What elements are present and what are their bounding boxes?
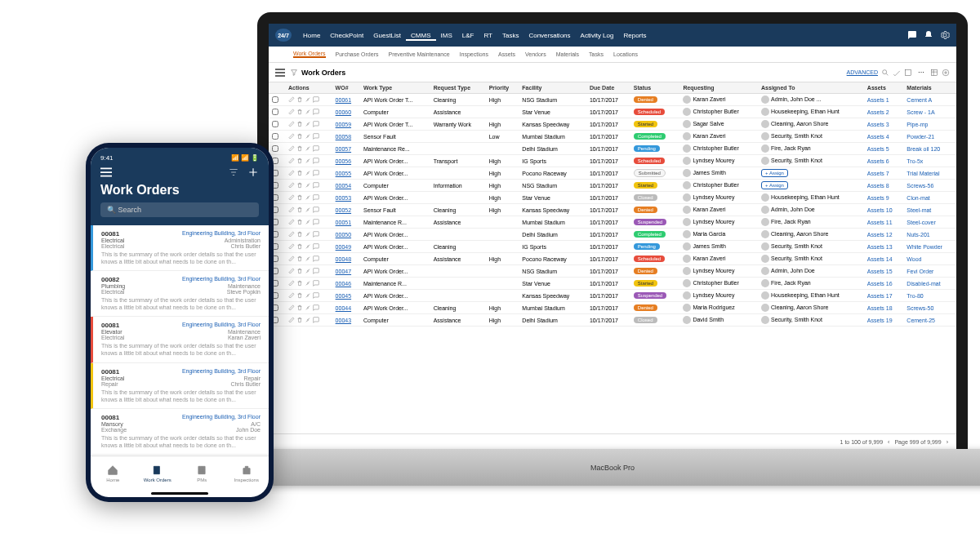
material-link[interactable]: Tro-5x [906, 158, 923, 164]
phone-list[interactable]: 00081Engineering Building, 3rd FloorElec… [91, 225, 269, 455]
table-row[interactable]: 00044API Work Order...CleaningHighMumbai… [269, 302, 956, 314]
wo-link[interactable]: 00059 [336, 122, 351, 127]
phone-filter-icon[interactable] [228, 167, 239, 178]
bell-icon[interactable] [924, 30, 933, 40]
asset-link[interactable]: Assets 14 [867, 256, 893, 262]
table-row[interactable]: 00049API Work Order...CleaningIG Sports1… [269, 241, 956, 253]
wo-link[interactable]: 00060 [336, 109, 351, 115]
col-Due Date[interactable]: Due Date [586, 82, 630, 94]
wo-link[interactable]: 00048 [336, 256, 351, 262]
export-icon[interactable] [904, 69, 912, 77]
wo-link[interactable]: 00058 [336, 134, 351, 140]
row-checkbox[interactable] [272, 109, 278, 115]
material-link[interactable]: Tro-80 [906, 293, 923, 299]
material-link[interactable]: Cement A [906, 97, 932, 103]
tab-inspections[interactable]: Inspections [225, 456, 270, 490]
material-link[interactable]: Powder-21 [906, 134, 934, 140]
tab-pms[interactable]: PMs [180, 456, 225, 490]
col-Assigned To[interactable]: Assigned To [758, 82, 864, 94]
asset-link[interactable]: Assets 8 [867, 183, 889, 189]
material-link[interactable]: Disabled-mat [906, 281, 940, 287]
material-link[interactable]: Fevi Order [906, 269, 933, 274]
subnav-inspections[interactable]: Inspections [460, 51, 488, 57]
asset-link[interactable]: Assets 4 [867, 134, 889, 140]
col-WO#[interactable]: WO# [332, 82, 360, 94]
wo-link[interactable]: 00052 [336, 207, 351, 213]
wo-link[interactable]: 00061 [336, 97, 351, 103]
pager-prev[interactable]: ‹ [888, 439, 889, 445]
subnav-materials[interactable]: Materials [556, 51, 579, 57]
col-Status[interactable]: Status [630, 82, 680, 94]
material-link[interactable]: Clon-mat [906, 195, 929, 201]
tab-home[interactable]: Home [91, 456, 136, 490]
table-row[interactable]: 00053API Work Order...HighStar Venue10/1… [269, 192, 956, 204]
tab-work-orders[interactable]: Work Orders [136, 456, 180, 490]
assigned-to[interactable]: + Assign [758, 180, 864, 192]
asset-link[interactable]: Assets 5 [867, 146, 889, 152]
nav-checkpoint[interactable]: CheckPoint [325, 32, 368, 39]
nav-ims[interactable]: IMS [436, 32, 457, 39]
more-button[interactable]: ⋯ [915, 69, 927, 76]
table-row[interactable]: 00050API Work Order...Delhi Stadium10/17… [269, 229, 956, 241]
table-row[interactable]: 00052Sensor FaultCleaningHighKansas Spee… [269, 204, 956, 216]
add-icon[interactable] [942, 69, 950, 77]
asset-link[interactable]: Assets 19 [867, 318, 893, 323]
list-item[interactable]: 00081Engineering Building, 3rd FloorElev… [91, 317, 269, 362]
col-Facility[interactable]: Facility [519, 82, 586, 94]
asset-link[interactable]: Assets 15 [867, 269, 893, 274]
table-row[interactable]: 00056API Work Order...TransportHighIG Sp… [269, 155, 956, 167]
material-link[interactable]: Break oil 120 [906, 146, 940, 152]
list-item[interactable]: 00081Engineering Building, 3rd FloorElec… [91, 225, 269, 271]
phone-menu-icon[interactable] [100, 167, 112, 177]
col-Work Type[interactable]: Work Type [360, 82, 430, 94]
col-Materials[interactable]: Materials [903, 82, 956, 94]
filter-icon[interactable] [290, 69, 298, 77]
table-options-icon[interactable] [930, 69, 938, 77]
col-Priority[interactable]: Priority [486, 82, 519, 94]
subnav-purchase-orders[interactable]: Purchase Orders [336, 51, 379, 57]
wo-link[interactable]: 00055 [336, 171, 351, 176]
asset-link[interactable]: Assets 18 [867, 305, 893, 311]
table-row[interactable]: 00047API Work Order...NSG Stadium10/17/2… [269, 265, 956, 278]
asset-link[interactable]: Assets 2 [867, 109, 889, 115]
wo-link[interactable]: 00056 [336, 158, 351, 164]
asset-link[interactable]: Assets 1 [867, 97, 889, 103]
row-checkbox[interactable] [272, 121, 278, 127]
table-row[interactable]: 00051Maintenance R...AssistanceMumbai St… [269, 216, 956, 229]
asset-link[interactable]: Assets 10 [867, 207, 893, 213]
wo-link[interactable]: 00046 [336, 281, 351, 287]
chat-icon[interactable] [907, 30, 917, 40]
table-row[interactable]: 00043ComputerAssistanceHighDelhi Stadium… [269, 314, 956, 327]
pager-next[interactable]: › [947, 439, 948, 445]
menu-icon[interactable] [275, 69, 285, 77]
wo-link[interactable]: 00045 [336, 293, 351, 299]
edit-layout-icon[interactable] [893, 69, 901, 77]
wo-link[interactable]: 00050 [336, 232, 351, 238]
material-link[interactable]: Steel-mat [906, 207, 931, 213]
list-item[interactable]: 00081Engineering Building, 3rd FloorMans… [91, 409, 269, 455]
asset-link[interactable]: Assets 9 [867, 195, 889, 201]
wo-link[interactable]: 00043 [336, 318, 351, 323]
wo-link[interactable]: 00057 [336, 146, 351, 152]
subnav-preventive-maintenance[interactable]: Preventive Maintenance [388, 51, 449, 57]
assigned-to[interactable]: + Assign [758, 167, 864, 180]
col-Requesting[interactable]: Requesting [679, 82, 758, 94]
subnav-work-orders[interactable]: Work Orders [293, 51, 326, 58]
list-item[interactable]: 00082Engineering Building, 3rd FloorPlum… [91, 271, 269, 317]
nav-rt[interactable]: RT [479, 32, 497, 39]
table-row[interactable]: 00060ComputerAssistanceStar Venue10/17/2… [269, 106, 956, 118]
row-checkbox[interactable] [272, 96, 278, 103]
material-link[interactable]: Cement-25 [906, 318, 935, 323]
nav-home[interactable]: Home [298, 32, 325, 39]
nav-activity log[interactable]: Activity Log [576, 32, 619, 39]
wo-link[interactable]: 00054 [336, 183, 351, 189]
asset-link[interactable]: Assets 7 [867, 171, 889, 176]
row-checkbox[interactable] [272, 145, 278, 152]
table-row[interactable]: 00054ComputerInformationHighNSG Stadium1… [269, 180, 956, 192]
material-link[interactable]: Screws-50 [906, 305, 933, 311]
asset-link[interactable]: Assets 13 [867, 244, 893, 250]
nav-guestlist[interactable]: GuestList [368, 32, 406, 39]
asset-link[interactable]: Assets 3 [867, 122, 889, 127]
subnav-locations[interactable]: Locations [613, 51, 638, 57]
nav-cmms[interactable]: CMMS [406, 32, 435, 41]
